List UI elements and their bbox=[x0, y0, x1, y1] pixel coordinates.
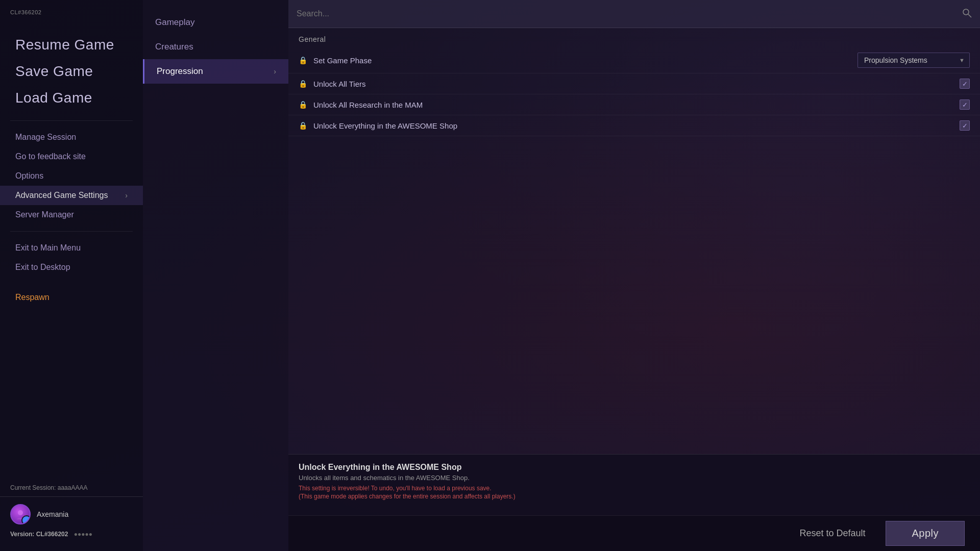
lock-icon-unlock-research: 🔒 bbox=[299, 101, 307, 109]
sidebar-item-advanced-settings[interactable]: Advanced Game Settings › bbox=[0, 186, 143, 205]
sidebar-bottom: Current Session: aaaaAAAA Axemania Versi… bbox=[0, 476, 143, 546]
category-item-progression[interactable]: Progression › bbox=[143, 59, 288, 84]
dropdown-wrapper-game-phase: Onboarding Base Building Expansion Propu… bbox=[857, 53, 970, 68]
setting-row-unlock-awesome: 🔒 Unlock Everything in the AWESOME Shop bbox=[288, 115, 980, 136]
settings-section-label: General bbox=[288, 28, 980, 47]
lock-icon-game-phase: 🔒 bbox=[299, 56, 307, 64]
category-item-gameplay[interactable]: Gameplay bbox=[143, 10, 288, 35]
sidebar-divider-1 bbox=[10, 120, 133, 121]
setting-label-unlock-tiers: Unlock All Tiers bbox=[313, 80, 953, 88]
svg-point-1 bbox=[963, 9, 969, 15]
player-name: Axemania bbox=[37, 510, 68, 518]
info-warning: This setting is irreversible! To undo, y… bbox=[299, 485, 970, 492]
info-description: Unlocks all items and schematics in the … bbox=[299, 474, 970, 482]
version-badge: CL#366202 bbox=[0, 5, 143, 21]
setting-label-game-phase: Set Game Phase bbox=[313, 56, 851, 65]
checkbox-unlock-tiers[interactable] bbox=[960, 79, 970, 89]
search-input[interactable] bbox=[297, 9, 955, 18]
chevron-right-icon: › bbox=[125, 191, 128, 199]
sidebar-item-server-manager[interactable]: Server Manager bbox=[0, 205, 143, 224]
svg-point-0 bbox=[18, 510, 23, 515]
version-row: Version: CL#366202 ●●●●● bbox=[0, 528, 143, 541]
sidebar-secondary-nav: Manage Session Go to feedback site Optio… bbox=[0, 125, 143, 227]
player-row: Axemania bbox=[0, 501, 143, 528]
sidebar-item-manage-session[interactable]: Manage Session bbox=[0, 128, 143, 147]
setting-label-unlock-research: Unlock All Research in the MAM bbox=[313, 101, 953, 109]
sidebar-item-load-game[interactable]: Load Game bbox=[0, 85, 143, 111]
search-icon bbox=[962, 8, 972, 20]
sidebar-item-exit-main[interactable]: Exit to Main Menu bbox=[0, 238, 143, 258]
sidebar-primary-nav: Resume Game Save Game Load Game bbox=[0, 21, 143, 116]
category-panel: Gameplay Creatures Progression › bbox=[143, 0, 288, 551]
action-bar: Reset to Default Apply bbox=[288, 515, 980, 551]
checkbox-unlock-research[interactable] bbox=[960, 99, 970, 110]
session-label: Current Session: aaaaAAAA bbox=[0, 481, 143, 494]
svg-line-2 bbox=[968, 14, 971, 17]
sidebar-item-feedback-site[interactable]: Go to feedback site bbox=[0, 147, 143, 166]
sidebar-item-options[interactable]: Options bbox=[0, 166, 143, 186]
session-divider bbox=[0, 496, 143, 497]
info-panel: Unlock Everything in the AWESOME Shop Un… bbox=[288, 454, 980, 515]
sidebar-divider-2 bbox=[10, 231, 133, 232]
setting-row-unlock-tiers: 🔒 Unlock All Tiers bbox=[288, 73, 980, 94]
info-note: (This game mode applies changes for the … bbox=[299, 493, 970, 500]
apply-button[interactable]: Apply bbox=[886, 521, 965, 546]
reset-to-default-button[interactable]: Reset to Default bbox=[789, 523, 875, 544]
sidebar-item-save-game[interactable]: Save Game bbox=[0, 58, 143, 85]
main-content: General 🔒 Set Game Phase Onboarding Base… bbox=[288, 0, 980, 551]
sidebar-tertiary-nav: Exit to Main Menu Exit to Desktop bbox=[0, 236, 143, 280]
settings-list-area: General 🔒 Set Game Phase Onboarding Base… bbox=[288, 28, 980, 454]
sidebar-item-exit-desktop[interactable]: Exit to Desktop bbox=[0, 258, 143, 277]
setting-row-unlock-research: 🔒 Unlock All Research in the MAM bbox=[288, 94, 980, 115]
respawn-section: Respawn bbox=[0, 280, 143, 310]
lock-icon-unlock-tiers: 🔒 bbox=[299, 80, 307, 88]
info-title: Unlock Everything in the AWESOME Shop bbox=[299, 463, 970, 472]
avatar-icon bbox=[14, 508, 27, 520]
lock-icon-unlock-awesome: 🔒 bbox=[299, 121, 307, 130]
game-phase-dropdown[interactable]: Onboarding Base Building Expansion Propu… bbox=[857, 53, 970, 68]
sidebar: CL#366202 Resume Game Save Game Load Gam… bbox=[0, 0, 143, 551]
search-bar bbox=[288, 0, 980, 28]
player-avatar bbox=[10, 504, 31, 524]
checkbox-unlock-awesome[interactable] bbox=[960, 120, 970, 131]
sidebar-item-resume-game[interactable]: Resume Game bbox=[0, 32, 143, 58]
sidebar-item-respawn[interactable]: Respawn bbox=[15, 290, 128, 305]
setting-label-unlock-awesome: Unlock Everything in the AWESOME Shop bbox=[313, 121, 953, 130]
category-chevron-icon: › bbox=[274, 67, 276, 76]
category-item-creatures[interactable]: Creatures bbox=[143, 35, 288, 59]
setting-row-game-phase: 🔒 Set Game Phase Onboarding Base Buildin… bbox=[288, 47, 980, 73]
